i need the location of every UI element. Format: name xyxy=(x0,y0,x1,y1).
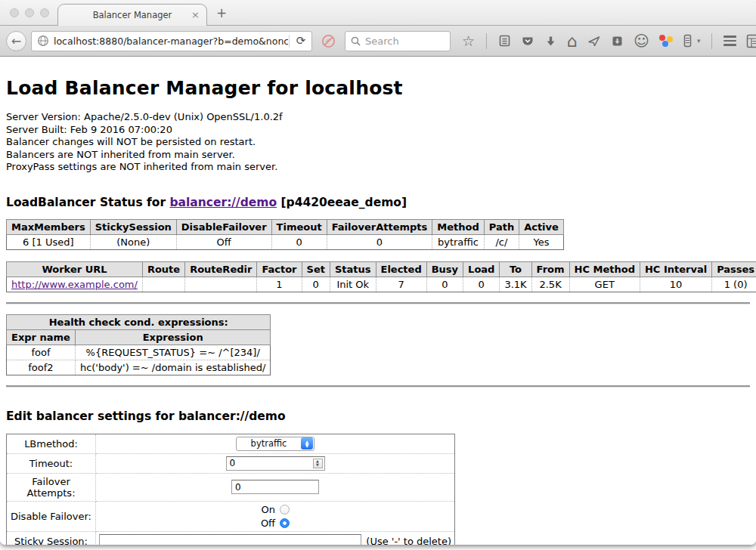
val-from: 2.5K xyxy=(531,277,569,292)
col-routeredir: RouteRedir xyxy=(185,261,257,277)
minimize-window-button[interactable] xyxy=(25,8,34,17)
divider-1 xyxy=(6,302,750,304)
new-tab-button[interactable]: + xyxy=(216,5,227,20)
blue-dot xyxy=(662,41,668,47)
search-icon xyxy=(351,36,361,46)
expr-foof2: hc('body') =~ /domain is established/ xyxy=(75,360,271,375)
val-routeredir xyxy=(185,277,257,292)
reload-icon[interactable]: ⟳ xyxy=(290,34,311,48)
search-placeholder: Search xyxy=(365,36,399,47)
reading-list-icon[interactable] xyxy=(498,34,511,48)
timeout-label: Timeout: xyxy=(7,453,96,473)
col-set: Set xyxy=(302,261,330,277)
lbmethod-select[interactable]: bytraffic ▲▼ xyxy=(236,437,314,451)
col-active: Active xyxy=(519,219,564,234)
col-expr-name: Expr name xyxy=(7,329,76,345)
val-passes: 1 (0) xyxy=(712,277,756,292)
feedback-smiley-icon[interactable]: ☺ xyxy=(634,34,649,48)
balancer-settings-form: LBmethod: bytraffic ▲▼ Timeout: ▲▼ xyxy=(6,434,455,545)
zoom-window-button[interactable] xyxy=(40,8,49,17)
val-hc-interval: 10 xyxy=(640,277,711,292)
lbmethod-selected-value: bytraffic xyxy=(237,438,301,449)
home-icon[interactable]: ⌂ xyxy=(567,34,578,48)
col-from: From xyxy=(531,261,569,277)
col-worker-url: Worker URL xyxy=(7,261,143,277)
val-failoverattempts: 0 xyxy=(327,234,432,249)
col-failoverattempts: FailoverAttempts xyxy=(327,219,432,234)
col-elected: Elected xyxy=(376,261,426,277)
sidebar-grid-icon[interactable] xyxy=(746,34,756,48)
lbmethod-label: LBmethod: xyxy=(7,434,96,453)
val-timeout: 0 xyxy=(271,234,327,249)
balancer-header-row: MaxMembers StickySession DisableFailover… xyxy=(7,219,564,234)
balancer-demo-link[interactable]: balancer://demo xyxy=(169,196,277,209)
timeout-row: Timeout: ▲▼ xyxy=(7,453,455,473)
col-route: Route xyxy=(142,261,184,277)
bookmark-star-icon[interactable]: ☆ xyxy=(462,34,475,48)
worker-table: Worker URL Route RouteRedir Factor Set S… xyxy=(6,261,756,292)
persist-note: Balancer changes will NOT be persisted o… xyxy=(6,136,750,149)
expr-name-foof: foof xyxy=(7,345,76,360)
worker-url-link[interactable]: http://www.example.com/ xyxy=(11,279,138,290)
val-to: 3.1K xyxy=(500,277,531,292)
status-heading-suffix: [p4420eeae_demo] xyxy=(277,196,407,209)
inherit-note: Balancers are NOT inherited from main se… xyxy=(6,149,750,162)
browser-window: Balancer Manager × + ← localhost:8880/ba… xyxy=(0,0,756,545)
page-title: Load Balancer Manager for localhost xyxy=(6,57,750,99)
failover-attempts-input[interactable] xyxy=(231,480,319,494)
site-identity-globe-icon[interactable] xyxy=(37,35,49,47)
col-load: Load xyxy=(463,261,500,277)
proxypass-note: ProxyPass settings are NOT inherited fro… xyxy=(6,161,750,174)
toolbar-divider xyxy=(486,33,487,49)
timeout-input[interactable] xyxy=(226,456,325,471)
val-load: 0 xyxy=(463,277,500,292)
search-bar[interactable]: Search xyxy=(345,31,451,51)
failover-attempts-row: Failover Attempts: xyxy=(7,473,455,501)
worker-data-row: http://www.example.com/ 1 0 Init Ok 7 0 … xyxy=(7,277,756,292)
server-built: Server Built: Feb 9 2016 07:00:20 xyxy=(6,124,750,137)
pocket-icon[interactable] xyxy=(521,35,534,48)
colors-extension-icon[interactable] xyxy=(659,35,673,47)
tab-close-icon[interactable]: × xyxy=(191,9,200,20)
disable-failover-label: Disable Failover: xyxy=(7,501,96,531)
failover-off-radio[interactable] xyxy=(280,518,290,528)
col-maxmembers: MaxMembers xyxy=(7,219,91,234)
divider-2 xyxy=(6,385,750,388)
container-icon[interactable] xyxy=(683,34,692,48)
sticky-session-input[interactable] xyxy=(99,534,361,545)
url-text[interactable]: localhost:8880/balancer-manager?b=demo&n… xyxy=(54,36,288,47)
sticky-session-label: Sticky Session: xyxy=(7,531,96,545)
page-content: Load Balancer Manager for localhost Serv… xyxy=(0,57,756,545)
val-busy: 0 xyxy=(426,277,463,292)
content-blocked-icon[interactable] xyxy=(321,34,336,48)
back-button[interactable]: ← xyxy=(6,31,26,51)
browser-tab[interactable]: Balancer Manager × xyxy=(57,4,207,26)
menu-icon[interactable] xyxy=(723,36,736,46)
failover-on-radio[interactable] xyxy=(280,505,290,514)
col-stickysession: StickySession xyxy=(90,219,176,234)
val-status: Init Ok xyxy=(330,277,376,292)
val-active: Yes xyxy=(519,234,564,249)
save-to-device-icon[interactable] xyxy=(611,35,624,48)
server-version: Server Version: Apache/2.5.0-dev (Unix) … xyxy=(6,111,750,124)
overflow-caret-icon[interactable]: ▾ xyxy=(697,37,701,45)
back-arrow-icon: ← xyxy=(11,34,21,48)
downloads-icon[interactable] xyxy=(544,35,557,48)
health-check-table: Health check cond. expressions: Expr nam… xyxy=(6,314,271,375)
screenshot: Balancer Manager × + ← localhost:8880/ba… xyxy=(0,0,756,550)
edit-balancer-heading: Edit balancer settings for balancer://de… xyxy=(6,409,750,423)
toolbar-divider-2 xyxy=(711,33,712,49)
failover-attempts-label: Failover Attempts: xyxy=(7,473,96,501)
health-table-title: Health check cond. expressions: xyxy=(7,314,271,329)
toolbar-icons: ☆ ⌂ ☺ ▾ xyxy=(462,33,756,49)
number-spinner-icon[interactable]: ▲▼ xyxy=(313,459,323,468)
col-passes: Passes xyxy=(712,261,756,277)
col-path: Path xyxy=(484,219,519,234)
close-window-button[interactable] xyxy=(10,8,19,17)
send-icon[interactable] xyxy=(587,35,601,48)
url-bar[interactable]: localhost:8880/balancer-manager?b=demo&n… xyxy=(31,31,312,51)
val-disablefailover: Off xyxy=(176,234,271,249)
val-stickysession: (None) xyxy=(90,234,176,249)
worker-header-row: Worker URL Route RouteRedir Factor Set S… xyxy=(7,261,756,277)
health-row-2: foof2 hc('body') =~ /domain is establish… xyxy=(7,360,271,375)
